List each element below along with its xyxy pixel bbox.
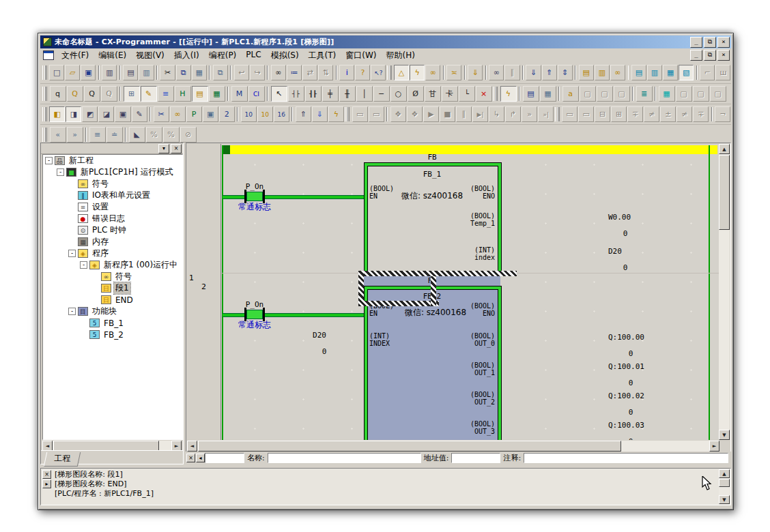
rung-edit-3-button[interactable]: ⊟ [595,106,610,122]
sim-pause-button[interactable]: ∥ [456,106,472,122]
fb-split-button[interactable]: ✂ [154,106,169,122]
sim-fast-button[interactable]: » [522,106,537,122]
compile-all-button[interactable]: ▥ [595,65,610,80]
time-chart-button[interactable]: ш [715,65,730,80]
rung-edit-5-button[interactable]: ∓ [627,106,643,122]
io-comment-button[interactable]: H [175,86,191,102]
menu-item-8[interactable]: 工具(T) [304,48,341,63]
info-button[interactable]: i [339,65,354,80]
sim-run-button[interactable]: ▶ [423,106,439,122]
menu-item-9[interactable]: 窗口(W) [341,48,381,63]
binary-monitor-button[interactable]: 2 [219,106,235,122]
force-set-down-button[interactable]: ⇓ [312,106,328,122]
page-check-button[interactable]: ▢ [710,86,726,102]
force-set-up-button[interactable]: ⇑ [296,106,311,122]
tree-item-IO表和单元设置[interactable]: ‖IO表和单元设置 [43,190,182,201]
compare-with-plc-button[interactable]: ⇕ [558,65,573,80]
menu-item-1[interactable]: 文件(F) [57,48,94,63]
menu-item-10[interactable]: 帮助(H) [382,48,420,63]
help-button[interactable]: ? [355,65,370,80]
expand-toggle[interactable]: - [57,168,64,176]
copy-button[interactable]: ⧉ [176,65,191,80]
contact-energized-fill[interactable] [246,192,263,201]
address-field[interactable] [451,453,500,463]
find-button[interactable]: ∞ [271,65,286,80]
new-instruction-tool[interactable]: 甘 [425,86,441,102]
tree-item-新工程[interactable]: -品新工程 [43,155,182,166]
name-field[interactable] [268,453,421,463]
expand-toggle[interactable]: - [68,250,76,257]
tree-item-新程序1 (00)运行中[interactable]: -◈新程序1 (00)运行中 [43,259,182,271]
pause-button[interactable]: ∥ [504,65,519,80]
view-symbols-button[interactable]: ▦ [663,65,678,80]
scroll-thumb[interactable] [198,441,621,452]
rung-edit-4-button[interactable]: ⊞ [611,106,627,122]
outdent-rung-button[interactable]: » [67,127,83,143]
close-button[interactable]: × [717,37,730,48]
scroll-thumb[interactable] [719,479,730,487]
sim-mode-button[interactable]: ▭ [352,106,368,122]
zoom-custom-button[interactable]: Q [67,86,83,102]
new-connector-tool[interactable]: └ [459,86,475,102]
align-bottom-button[interactable]: ≐ [106,127,123,143]
rung-edit-6-button[interactable]: ≠ [644,106,659,122]
mdi-close-button[interactable]: × [717,50,730,61]
download-to-plc-button[interactable]: ⇓ [526,65,541,80]
tree-item-功能块[interactable]: -目功能块 [43,306,182,317]
zoom-in-button[interactable]: Q [84,86,100,102]
connector-edit-button[interactable]: ¬ [715,106,730,122]
panel-close-button[interactable]: × [171,144,182,153]
simulator-online-button[interactable]: ϟ [500,86,517,102]
pause-glasses-button[interactable]: ∞ [489,65,504,80]
show-grid-button[interactable]: ⊞ [124,86,140,102]
page-setup-button[interactable]: ▥ [102,65,117,80]
sim-hand-2-button[interactable]: ❖ [407,106,423,122]
monitor-hex-button[interactable]: 16 [274,106,289,122]
scroll-down-button[interactable]: ▼ [719,430,730,440]
ladder-horizontal-scrollbar[interactable]: ◄ ► [187,441,719,452]
tree-item-错误日志[interactable]: ●错误日志 [43,213,182,224]
compile-program-button[interactable]: ▤ [579,65,594,80]
watchbar-close-button[interactable]: × [186,454,195,462]
tree-item-END[interactable]: 日END [43,294,182,306]
paste-rungs-button[interactable]: ⧉ [213,65,228,80]
menu-item-5[interactable]: 编程(P) [204,48,242,63]
print-preview-button[interactable]: ▥ [139,65,154,80]
new-or-contact-tool[interactable]: ╪ [322,86,339,102]
tree-item-PLC 时钟[interactable]: ⊙PLC 时钟 [43,224,182,236]
new-vertical-tool[interactable]: │ [356,86,373,102]
new-contact-tool[interactable]: ┤├ [288,86,304,102]
fb-update-button[interactable]: ▦ [540,86,556,102]
sim-step-over-button[interactable]: ↱ [505,106,521,122]
contact-energized-fill[interactable] [246,310,263,319]
symbol-delete-button[interactable]: ▢ [580,86,596,102]
new-button[interactable]: □ [49,65,64,80]
minimize-button[interactable]: _ [690,37,702,48]
monitor-button[interactable]: ϟ [410,65,425,80]
watch-train-button[interactable]: ▦ [659,86,675,102]
monitor-boxes-button[interactable]: ▦ [209,86,225,102]
scroll-right-button[interactable]: ► [709,441,719,452]
toggle-project-window-button[interactable]: ◧ [49,106,65,122]
differential-trace-button[interactable]: ⌐ [700,65,715,80]
watch-cell[interactable] [205,453,244,463]
force-off-button[interactable]: % [146,127,162,143]
expand-toggle[interactable]: - [68,308,76,315]
tree-item-内存[interactable]: ▦内存 [43,236,182,248]
page-x-button[interactable]: ▢ [693,86,709,102]
paste-button[interactable]: ▦ [192,65,207,80]
zoom-out-button[interactable]: Q [101,86,117,102]
output-pin-button[interactable]: ▸ [42,479,51,488]
replace-button[interactable]: ⇄ [302,65,317,80]
mdi-child-icon[interactable] [43,50,54,60]
tree-item-符号[interactable]: ∞符号 [43,178,182,190]
menu-item-2[interactable]: 编辑(E) [94,48,131,63]
indent-rung-button[interactable]: « [50,127,66,143]
symbol-check-button[interactable]: ▢ [597,86,613,102]
new-coil-tool[interactable]: ○ [390,86,407,102]
tree-item-FB_1[interactable]: 5FB_1 [43,317,182,329]
delete-tool[interactable]: × [476,86,492,102]
zoom-fit-button[interactable]: q [50,86,66,102]
work-online-button[interactable]: △ [394,65,409,80]
fb-library-button[interactable]: ∞ [170,106,186,122]
